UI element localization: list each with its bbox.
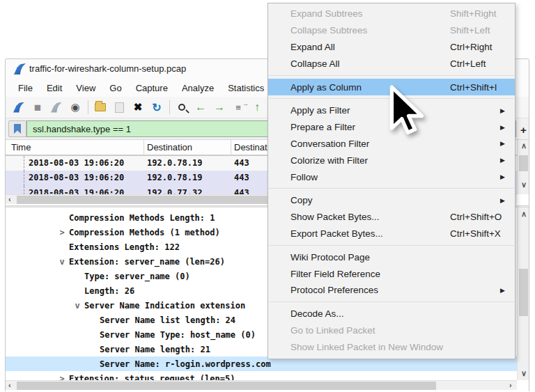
context-menu: Expand Subtrees Shift+Right Collapse Sub… (268, 3, 515, 359)
close-file-icon[interactable]: ✖ (130, 100, 146, 115)
cell-destination-port: 443 (234, 173, 249, 182)
menu-item-wiki-protocol-page[interactable]: Wiki Protocol Page (268, 249, 515, 265)
menu-analyze[interactable]: Analyze (175, 80, 221, 96)
menu-item-label: Wiki Protocol Page (290, 252, 370, 262)
scrollbar-thumb[interactable] (519, 269, 528, 316)
submenu-arrow-icon: ▶ (500, 287, 505, 294)
column-header-destination[interactable]: Destination (147, 142, 192, 152)
menu-item-label: Apply as Filter (290, 105, 350, 116)
stop-capture-icon[interactable]: ■ (30, 100, 45, 115)
detail-hscrollbar[interactable]: ‹ › (6, 380, 517, 390)
menu-item-shortcut: Ctrl+Shift+I (450, 82, 497, 93)
menu-item-expand-subtrees: Expand Subtrees Shift+Right (268, 6, 515, 22)
menu-item-collapse-subtrees: Collapse Subtrees Shift+Left (268, 22, 515, 39)
menu-edit[interactable]: Edit (40, 80, 69, 96)
find-packet-icon[interactable] (174, 100, 189, 115)
menu-item-label: Prepare a Filter (290, 122, 355, 132)
wireshark-logo-icon (14, 63, 26, 75)
menu-item-shortcut: Ctrl+Shift+X (450, 228, 501, 239)
related-packet-mark (24, 156, 24, 171)
menu-item-show-linked-packet-in-new-window: Show Linked Packet in New Window (268, 338, 515, 355)
chevron-down-icon[interactable]: v (55, 257, 69, 267)
filter-add-button[interactable]: + (518, 123, 529, 136)
menu-item-go-to-linked-packet: Go to Linked Packet (268, 322, 515, 339)
menu-item-expand-all[interactable]: Expand All Ctrl+Right (268, 39, 515, 56)
menu-item-protocol-preferences[interactable]: Protocol Preferences ▶ (268, 282, 515, 299)
menu-item-label: Follow (290, 172, 318, 182)
reload-file-icon[interactable]: ↻ (149, 100, 164, 115)
scrollbar-thumb[interactable] (519, 155, 528, 171)
menu-separator (269, 98, 514, 99)
menu-item-label: Collapse All (290, 58, 340, 69)
cell-time: 2018-08-03 19:06:20 (29, 158, 124, 168)
menu-item-shortcut: Ctrl+Left (450, 58, 486, 69)
chevron-right-icon[interactable]: > (55, 228, 69, 237)
start-capture-icon[interactable] (11, 100, 26, 115)
scroll-left-icon[interactable]: ‹ (8, 381, 11, 390)
menu-item-filter-field-reference[interactable]: Filter Field Reference (268, 265, 515, 282)
menu-item-decode-as[interactable]: Decode As... (268, 306, 515, 322)
menu-item-label: Decode As... (290, 308, 344, 319)
open-file-icon[interactable] (93, 100, 108, 115)
menu-item-conversation-filter[interactable]: Conversation Filter ▶ (268, 136, 515, 152)
tree-item-label: Compression Methods Length: 1 (69, 213, 215, 223)
menu-view[interactable]: View (69, 80, 102, 96)
scroll-down-icon[interactable]: ∨ (521, 180, 527, 189)
menu-separator (269, 245, 514, 246)
menu-item-label: Expand All (290, 42, 335, 52)
column-divider[interactable] (231, 140, 231, 155)
menu-item-label: Copy (290, 195, 313, 205)
menu-item-collapse-all[interactable]: Collapse All Ctrl+Left (268, 55, 515, 72)
menu-item-show-packet-bytes[interactable]: Show Packet Bytes... Ctrl+Shift+O (268, 209, 515, 226)
submenu-arrow-icon: ▶ (500, 173, 505, 180)
menu-item-label: Conversation Filter (290, 139, 369, 149)
menu-item-label: Apply as Column (290, 82, 362, 93)
scroll-left-icon[interactable]: ‹ (8, 195, 11, 204)
scroll-up-icon[interactable]: ∧ (521, 210, 527, 219)
menu-item-shortcut: Shift+Right (450, 8, 496, 19)
go-back-icon[interactable]: ← (193, 100, 208, 115)
menu-item-copy[interactable]: Copy ▶ (268, 192, 515, 209)
save-file-icon[interactable] (111, 100, 127, 115)
menu-item-label: Colorize with Filter (290, 155, 368, 166)
column-header-time[interactable]: Time (11, 142, 31, 152)
scroll-right-icon[interactable]: › (509, 381, 512, 390)
menu-separator (269, 301, 514, 302)
menu-item-prepare-a-filter[interactable]: Prepare a Filter ▶ (268, 119, 515, 136)
scroll-up-icon[interactable]: ∧ (521, 141, 527, 150)
tree-item-label: Server Name length: 21 (100, 345, 210, 354)
menu-statistics[interactable]: Statistics (221, 80, 271, 96)
go-forward-icon[interactable]: → (212, 100, 227, 115)
menu-item-label: Collapse Subtrees (290, 25, 367, 36)
packet-list-vscrollbar[interactable]: ∧ ∨ (517, 140, 529, 194)
first-packet-icon[interactable]: ↑ (249, 100, 265, 115)
restart-capture-icon[interactable] (49, 100, 64, 115)
submenu-arrow-icon: ▶ (500, 124, 505, 131)
filter-bookmark-button[interactable] (8, 120, 26, 137)
tree-item-label: Length: 26 (84, 286, 134, 296)
submenu-arrow-icon: ▶ (500, 197, 505, 204)
scrollbar-thumb[interactable] (17, 382, 436, 390)
scroll-down-icon[interactable]: ∨ (521, 369, 527, 378)
menu-item-export-packet-bytes[interactable]: Export Packet Bytes... Ctrl+Shift+X (268, 226, 515, 242)
menu-file[interactable]: File (11, 80, 40, 96)
menu-item-shortcut: Ctrl+Shift+O (450, 212, 502, 222)
menu-item-colorize-with-filter[interactable]: Colorize with Filter ▶ (268, 152, 515, 168)
go-to-packet-icon[interactable]: ≡ (231, 100, 246, 115)
column-divider[interactable] (144, 140, 144, 155)
menu-item-apply-as-filter[interactable]: Apply as Filter ▶ (268, 102, 515, 119)
menu-item-follow[interactable]: Follow ▶ (268, 168, 515, 185)
cell-destination-port: 443 (234, 158, 249, 168)
chevron-down-icon[interactable]: v (70, 301, 84, 311)
menu-item-shortcut: Shift+Left (450, 25, 490, 36)
capture-options-icon[interactable]: ◉ (68, 100, 83, 115)
window-title: traffic-for-wireshark-column-setup.pcap (29, 63, 186, 74)
tree-item-label: Server Name list length: 24 (100, 315, 235, 325)
toolbar-separator (169, 100, 170, 114)
menu-item-apply-as-column[interactable]: Apply as Column Ctrl+Shift+I (268, 79, 515, 95)
menu-capture[interactable]: Capture (129, 80, 175, 96)
menu-item-label: Expand Subtrees (290, 8, 363, 19)
detail-vscrollbar[interactable]: ∧ ∨ (517, 207, 529, 380)
menu-go[interactable]: Go (102, 80, 128, 96)
menu-item-label: Go to Linked Packet (290, 325, 375, 336)
